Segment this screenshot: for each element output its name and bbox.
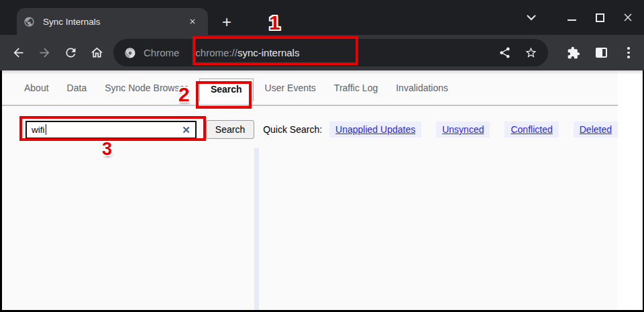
- maximize-button[interactable]: [590, 8, 609, 27]
- results-pane-splitter[interactable]: [254, 148, 259, 310]
- tab-user-events[interactable]: User Events: [265, 83, 316, 93]
- forward-button[interactable]: [33, 42, 56, 64]
- url-host: sync-internals: [237, 47, 300, 58]
- tab-data[interactable]: Data: [67, 83, 87, 93]
- new-tab-button[interactable]: +: [217, 12, 237, 32]
- sync-internals-page: About Data Sync Node Browser Search User…: [2, 70, 618, 310]
- omnibox-actions: [498, 46, 537, 59]
- search-row: wifi ✕ Search Quick Search: Unapplied Up…: [25, 120, 618, 139]
- search-button[interactable]: Search: [206, 120, 254, 139]
- search-input-value: wifi: [32, 125, 45, 135]
- quick-links: Unapplied Updates Unsynced Conflicted De…: [329, 121, 618, 138]
- text-caret: [46, 124, 46, 135]
- tab-title: Sync Internals: [43, 17, 185, 27]
- quick-search-label: Quick Search:: [263, 124, 322, 135]
- quick-link-deleted[interactable]: Deleted: [574, 121, 618, 138]
- site-chip-label: Chrome: [144, 47, 179, 58]
- reload-button[interactable]: [59, 42, 82, 64]
- url-scheme: chrome://: [195, 47, 237, 58]
- tab-about[interactable]: About: [24, 83, 49, 93]
- globe-favicon-icon: [23, 16, 35, 28]
- quick-link-unsynced[interactable]: Unsynced: [436, 121, 490, 138]
- chrome-logo-icon: [124, 47, 136, 59]
- page-content: About Data Sync Node Browser Search User…: [2, 70, 643, 310]
- tab-search[interactable]: Search: [199, 79, 254, 101]
- scrollbar-gutter: [618, 70, 643, 310]
- quick-link-unapplied-updates[interactable]: Unapplied Updates: [329, 121, 421, 138]
- quick-link-conflicted[interactable]: Conflicted: [504, 121, 558, 138]
- tab-close-icon[interactable]: [185, 14, 200, 29]
- window-controls: [522, 0, 637, 35]
- search-input[interactable]: wifi ✕: [25, 121, 197, 139]
- address-bar[interactable]: Chrome chrome://sync-internals: [113, 39, 548, 66]
- browser-toolbar: Chrome chrome://sync-internals: [0, 35, 644, 70]
- side-panel-icon[interactable]: [591, 43, 611, 63]
- minimize-button[interactable]: [562, 8, 581, 27]
- tab-invalidations[interactable]: Invalidations: [396, 83, 448, 93]
- url-text: chrome://sync-internals: [195, 47, 299, 58]
- bookmark-star-icon[interactable]: [525, 46, 537, 59]
- browser-window: Sync Internals +: [0, 0, 644, 312]
- tab-sync-node-browser[interactable]: Sync Node Browser: [105, 83, 188, 93]
- browser-menu-icon[interactable]: [619, 43, 639, 63]
- browser-tab-sync-internals[interactable]: Sync Internals: [17, 8, 208, 35]
- chevron-down-icon[interactable]: [522, 8, 541, 27]
- extensions-puzzle-icon[interactable]: [564, 43, 584, 63]
- clear-input-icon[interactable]: ✕: [182, 125, 191, 135]
- home-button[interactable]: [85, 42, 108, 64]
- share-icon[interactable]: [498, 46, 511, 59]
- back-button[interactable]: [7, 42, 30, 64]
- window-close-button[interactable]: [619, 8, 637, 27]
- page-tab-bar: About Data Sync Node Browser Search User…: [2, 70, 618, 105]
- browser-tab-strip: Sync Internals +: [0, 0, 644, 35]
- tab-traffic-log[interactable]: Traffic Log: [334, 83, 378, 93]
- toolbar-right-actions: [564, 35, 639, 70]
